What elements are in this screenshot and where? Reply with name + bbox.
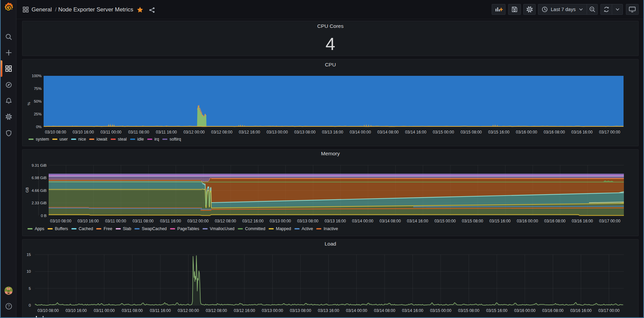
- svg-text:03/16 00:00: 03/16 00:00: [514, 308, 536, 313]
- svg-text:03/12 08:00: 03/12 08:00: [215, 219, 236, 223]
- svg-text:2.33 GiB: 2.33 GiB: [32, 201, 47, 205]
- svg-text:03/10 08:00: 03/10 08:00: [50, 219, 71, 223]
- svg-text:03/12 08:00: 03/12 08:00: [211, 130, 232, 135]
- svg-text:03/15 00:00: 03/15 00:00: [430, 308, 451, 313]
- svg-text:03/15 16:00: 03/15 16:00: [489, 219, 511, 223]
- svg-text:03/14 08:00: 03/14 08:00: [377, 130, 399, 135]
- svg-text:03/11 00:00: 03/11 00:00: [105, 219, 126, 223]
- svg-text:03/14 08:00: 03/14 08:00: [374, 308, 395, 313]
- svg-text:0: 0: [29, 303, 31, 307]
- svg-text:03/13 00:00: 03/13 00:00: [270, 219, 291, 223]
- svg-text:4.66 GiB: 4.66 GiB: [32, 189, 47, 193]
- svg-text:03/16 08:00: 03/16 08:00: [544, 219, 566, 223]
- svg-text:03/13 00:00: 03/13 00:00: [267, 130, 288, 135]
- svg-text:03/15 16:00: 03/15 16:00: [486, 308, 507, 313]
- svg-text:03/11 16:00: 03/11 16:00: [160, 219, 181, 223]
- svg-text:03/12 16:00: 03/12 16:00: [234, 308, 255, 313]
- svg-text:03/16 00:00: 03/16 00:00: [516, 130, 537, 135]
- svg-text:03/11 16:00: 03/11 16:00: [150, 308, 171, 313]
- svg-text:03/13 08:00: 03/13 08:00: [290, 308, 311, 313]
- svg-text:03/13 08:00: 03/13 08:00: [294, 130, 316, 135]
- svg-text:03/10 08:00: 03/10 08:00: [45, 130, 66, 135]
- svg-text:03/13 16:00: 03/13 16:00: [318, 308, 339, 313]
- svg-text:?: ?: [7, 304, 10, 309]
- svg-text:03/13 00:00: 03/13 00:00: [262, 308, 283, 313]
- svg-text:03/15 16:00: 03/15 16:00: [488, 130, 509, 135]
- svg-text:03/17 00:00: 03/17 00:00: [599, 130, 621, 135]
- svg-text:03/16 16:00: 03/16 16:00: [572, 219, 593, 223]
- svg-text:75%: 75%: [34, 87, 42, 91]
- svg-text:03/17 00:00: 03/17 00:00: [599, 219, 621, 223]
- svg-text:03/12 08:00: 03/12 08:00: [206, 308, 227, 313]
- svg-text:03/12 16:00: 03/12 16:00: [242, 219, 264, 223]
- svg-text:25%: 25%: [34, 112, 42, 116]
- svg-text:50%: 50%: [34, 99, 42, 103]
- svg-text:03/14 16:00: 03/14 16:00: [405, 130, 427, 135]
- svg-text:0%: 0%: [36, 125, 42, 129]
- svg-text:03/16 08:00: 03/16 08:00: [544, 130, 565, 135]
- svg-text:03/10 16:00: 03/10 16:00: [65, 308, 87, 313]
- svg-text:03/13 08:00: 03/13 08:00: [297, 219, 319, 223]
- svg-text:03/15 00:00: 03/15 00:00: [434, 219, 456, 223]
- svg-text:03/10 16:00: 03/10 16:00: [72, 130, 94, 135]
- svg-text:03/14 00:00: 03/14 00:00: [350, 130, 371, 135]
- svg-text:03/16 16:00: 03/16 16:00: [571, 130, 593, 135]
- svg-text:15: 15: [26, 253, 31, 257]
- svg-text:GB: GB: [25, 187, 29, 193]
- svg-text:03/15 00:00: 03/15 00:00: [433, 130, 454, 135]
- svg-text:03/15 08:00: 03/15 08:00: [461, 130, 482, 135]
- svg-text:03/10 16:00: 03/10 16:00: [77, 219, 99, 223]
- svg-text:03/14 16:00: 03/14 16:00: [407, 219, 428, 223]
- svg-text:03/12 00:00: 03/12 00:00: [187, 219, 209, 223]
- svg-text:03/14 16:00: 03/14 16:00: [402, 308, 424, 313]
- svg-text:03/13 16:00: 03/13 16:00: [325, 219, 346, 223]
- svg-text:03/17 00:00: 03/17 00:00: [598, 308, 620, 313]
- svg-text:03/10 08:00: 03/10 08:00: [38, 308, 59, 313]
- svg-text:03/11 08:00: 03/11 08:00: [122, 308, 143, 313]
- svg-text:%: %: [27, 102, 31, 105]
- svg-text:03/11 00:00: 03/11 00:00: [101, 130, 122, 135]
- svg-text:10: 10: [26, 269, 31, 273]
- svg-text:6.98 GiB: 6.98 GiB: [32, 176, 47, 180]
- svg-text:03/12 16:00: 03/12 16:00: [239, 130, 260, 135]
- svg-text:03/12 00:00: 03/12 00:00: [178, 308, 199, 313]
- svg-text:03/14 00:00: 03/14 00:00: [346, 308, 367, 313]
- svg-text:9.31 GiB: 9.31 GiB: [32, 163, 47, 167]
- svg-text:03/11 16:00: 03/11 16:00: [156, 130, 177, 135]
- svg-text:03/14 08:00: 03/14 08:00: [379, 219, 401, 223]
- svg-text:03/16 16:00: 03/16 16:00: [570, 308, 592, 313]
- svg-text:0 B: 0 B: [41, 214, 47, 218]
- svg-text:03/16 00:00: 03/16 00:00: [517, 219, 538, 223]
- svg-text:03/11 00:00: 03/11 00:00: [94, 308, 115, 313]
- svg-text:03/16 08:00: 03/16 08:00: [542, 308, 564, 313]
- svg-text:03/11 08:00: 03/11 08:00: [128, 130, 149, 135]
- svg-text:5: 5: [29, 286, 31, 290]
- svg-text:03/15 08:00: 03/15 08:00: [462, 219, 483, 223]
- svg-text:03/15 08:00: 03/15 08:00: [458, 308, 480, 313]
- svg-text:03/11 08:00: 03/11 08:00: [132, 219, 154, 223]
- svg-text:03/14 00:00: 03/14 00:00: [352, 219, 374, 223]
- svg-text:03/12 00:00: 03/12 00:00: [183, 130, 205, 135]
- svg-text:03/13 16:00: 03/13 16:00: [322, 130, 343, 135]
- svg-text:100%: 100%: [32, 74, 42, 78]
